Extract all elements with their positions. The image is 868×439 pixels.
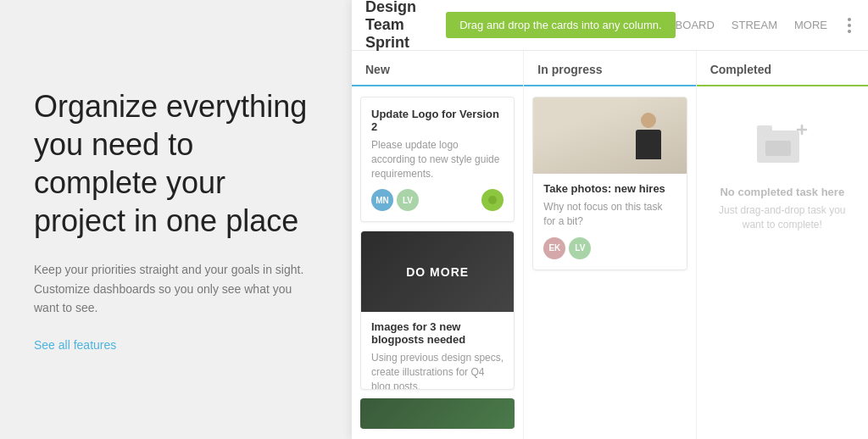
card-update-logo-desc: Please update logo according to new styl… xyxy=(371,138,504,181)
card-update-logo[interactable]: Update Logo for Version 2 Please update … xyxy=(360,97,515,222)
empty-state: No completed task here Just drag-and-dro… xyxy=(705,97,860,258)
avatar-mn: MN xyxy=(371,189,393,211)
card-update-logo-title: Update Logo for Version 2 xyxy=(371,108,504,133)
column-in-progress: In progress Take photos: new hires Why n… xyxy=(524,51,696,439)
card-blogpost-images[interactable]: Images for 3 new blogposts needed Using … xyxy=(360,231,515,389)
column-completed-content: No completed task here Just drag-and-dro… xyxy=(697,86,868,439)
card-blogpost-title: Images for 3 new blogposts needed xyxy=(371,320,504,346)
nav-stream[interactable]: STREAM xyxy=(732,19,777,31)
card-blogpost-desc: Using previous design specs, create illu… xyxy=(371,351,504,389)
card-photos-avatars: EK LV xyxy=(543,237,676,259)
card-take-photos[interactable]: Take photos: new hires Why not focus on … xyxy=(532,97,687,270)
nav-board[interactable]: BOARD xyxy=(676,19,715,31)
more-dot-1 xyxy=(848,18,851,21)
avatar-lv: LV xyxy=(397,189,419,211)
card-photos-desc: Why not focus on this task for a bit? xyxy=(543,200,676,229)
nav-more[interactable]: MORE xyxy=(794,19,827,31)
column-new-content: Update Logo for Version 2 Please update … xyxy=(352,86,523,439)
drag-drop-tooltip: Drag and drop the cards into any column. xyxy=(446,12,675,38)
app-panel: Design Team Sprint Drag and drop the car… xyxy=(352,0,868,439)
left-panel: Organize everything you need to complete… xyxy=(0,0,352,439)
app-title: Design Team Sprint xyxy=(365,0,432,52)
svg-rect-2 xyxy=(757,125,772,134)
card-photos-title: Take photos: new hires xyxy=(543,182,676,195)
more-options-button[interactable] xyxy=(844,14,854,36)
column-completed: Completed xyxy=(697,51,868,439)
column-in-progress-header: In progress xyxy=(524,51,695,86)
card-person-image xyxy=(533,97,686,174)
svg-rect-3 xyxy=(765,141,791,156)
app-header: Design Team Sprint Drag and drop the car… xyxy=(352,0,868,51)
avatar-row: MN LV xyxy=(371,189,419,211)
column-completed-header: Completed xyxy=(697,51,868,86)
hero-title: Organize everything you need to complete… xyxy=(34,87,318,240)
avatar-lv-3: LV xyxy=(569,237,591,259)
progress-indicator xyxy=(481,189,504,211)
more-dot-3 xyxy=(848,30,851,33)
more-dot-2 xyxy=(848,24,851,27)
see-features-link[interactable]: See all features xyxy=(34,338,318,352)
header-nav: BOARD STREAM MORE xyxy=(676,14,854,36)
kanban-board: New Update Logo for Version 2 Please upd… xyxy=(352,51,868,439)
card-partial[interactable] xyxy=(360,398,515,429)
avatar-ek-2: EK xyxy=(543,237,565,259)
column-new-header: New xyxy=(352,51,523,86)
hero-subtitle: Keep your priorities straight and your g… xyxy=(34,260,318,317)
column-in-progress-content: Take photos: new hires Why not focus on … xyxy=(524,86,695,439)
card-update-logo-avatars: MN LV xyxy=(371,189,504,211)
person-head xyxy=(641,113,656,128)
card-workspace-image xyxy=(361,231,514,312)
empty-desc: Just drag-and-drop task you want to comp… xyxy=(719,203,846,232)
empty-title: No completed task here xyxy=(720,186,844,198)
person-body xyxy=(636,130,661,159)
folder-svg xyxy=(757,122,808,169)
person-shape xyxy=(636,113,661,159)
empty-folder-icon xyxy=(757,122,808,172)
column-new: New Update Logo for Version 2 Please upd… xyxy=(352,51,524,439)
